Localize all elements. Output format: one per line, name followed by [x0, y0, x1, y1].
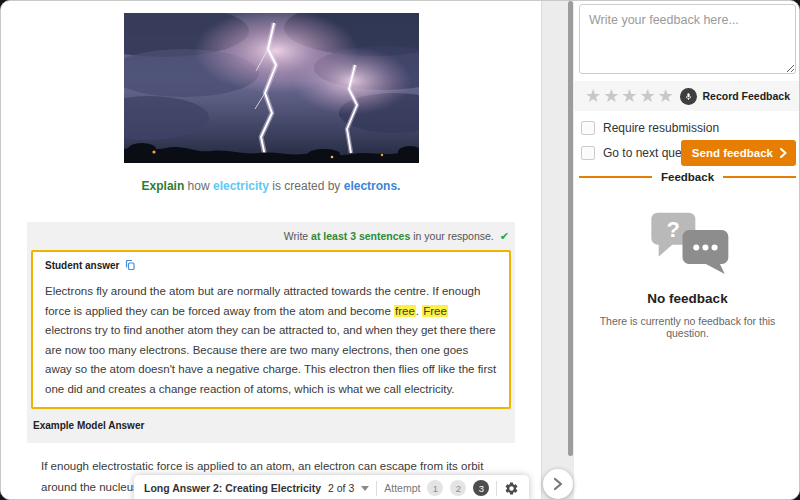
- feedback-input[interactable]: [579, 4, 796, 74]
- feedback-options: Require resubmission Go to next question…: [579, 111, 796, 160]
- toolbar-divider: [376, 481, 377, 496]
- question-title: Long Answer 2: Creating Electricity: [144, 482, 321, 494]
- answer-fragment: electrons try to find another atom they …: [45, 324, 496, 395]
- send-feedback-button[interactable]: Send feedback: [681, 140, 796, 166]
- panel-gutter: [541, 1, 574, 499]
- model-answer-label: Example Model Answer: [31, 409, 511, 443]
- chevron-down-icon[interactable]: [361, 486, 369, 491]
- question-term-electrons: electrons.: [344, 179, 401, 193]
- svg-text:?: ?: [666, 217, 679, 242]
- require-resubmission-label: Require resubmission: [603, 121, 719, 135]
- question-prompt: Explain how electricity is created by el…: [1, 179, 541, 193]
- chevron-right-icon: [553, 477, 563, 491]
- answer-area: Write at least 3 sentences in your respo…: [27, 222, 515, 443]
- highlighted-word: Free: [422, 305, 448, 317]
- toolbar-divider: [496, 481, 497, 496]
- no-feedback-title: No feedback: [579, 291, 796, 306]
- lightning-storm-image: [124, 13, 419, 163]
- question-text: how: [184, 179, 213, 193]
- question-text: is created by: [269, 179, 344, 193]
- feedback-section-divider: Feedback: [579, 171, 796, 183]
- feedback-section-title: Feedback: [661, 171, 714, 183]
- rating-row: ★★★★★ Record Feedback: [574, 81, 800, 111]
- chevron-right-icon: [780, 148, 787, 158]
- divider-line: [579, 176, 652, 178]
- question-term-electricity: electricity: [213, 179, 269, 193]
- student-answer-text: Electrons fly around the atom but are no…: [45, 282, 497, 399]
- record-feedback-label: Record Feedback: [702, 90, 790, 102]
- next-page-button[interactable]: [543, 469, 573, 499]
- highlighted-word: free: [394, 305, 416, 317]
- attempt-3-button[interactable]: 3: [473, 480, 489, 496]
- app-frame: Explain how electricity is created by el…: [0, 0, 800, 500]
- requirement-prefix: Write: [284, 230, 311, 242]
- question-pagination: 2 of 3: [328, 482, 354, 494]
- scrollbar[interactable]: [568, 1, 573, 456]
- no-feedback-message: There is currently no feedback for this …: [579, 315, 796, 339]
- record-feedback-button[interactable]: Record Feedback: [680, 88, 790, 105]
- student-answer-label: Student answer: [45, 260, 119, 271]
- student-answer-box: Student answer Electrons fly around the …: [31, 250, 511, 409]
- checkbox-icon: [581, 146, 595, 160]
- copy-icon[interactable]: [124, 259, 136, 271]
- microphone-icon: [680, 88, 697, 105]
- gear-icon[interactable]: [504, 481, 519, 496]
- question-keyword-explain: Explain: [142, 179, 185, 193]
- feedback-sidebar: ★★★★★ Record Feedback Require resubmissi…: [574, 1, 800, 499]
- question-toolbar: Long Answer 2: Creating Electricity 2 of…: [134, 475, 529, 499]
- app-window: Explain how electricity is created by el…: [0, 0, 800, 500]
- requirement-suffix: in your response.: [410, 230, 493, 242]
- checkbox-icon: [581, 121, 595, 135]
- requirement-check-icon: ✔: [500, 230, 509, 242]
- star-rating[interactable]: ★★★★★: [585, 87, 676, 105]
- divider-line: [723, 176, 796, 178]
- sentence-requirement: Write at least 3 sentences in your respo…: [31, 226, 511, 250]
- no-feedback-panel: ? No feedback There is currently no feed…: [579, 183, 796, 339]
- requirement-emphasis: at least 3 sentences: [311, 230, 410, 242]
- attempt-label: Attempt: [384, 482, 420, 494]
- attempt-2-button[interactable]: 2: [450, 480, 466, 496]
- question-panel: Explain how electricity is created by el…: [1, 1, 541, 499]
- chat-bubbles-icon: ?: [645, 209, 731, 275]
- attempt-1-button[interactable]: 1: [427, 480, 443, 496]
- require-resubmission-checkbox[interactable]: Require resubmission: [581, 121, 794, 135]
- send-feedback-label: Send feedback: [692, 147, 773, 159]
